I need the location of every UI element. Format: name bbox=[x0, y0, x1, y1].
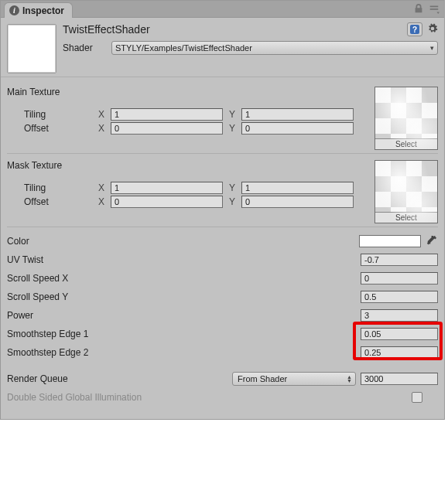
help-icon: ? bbox=[410, 25, 419, 34]
render-queue-dropdown[interactable]: From Shader ▲▼ bbox=[232, 372, 356, 386]
power-label: Power bbox=[7, 310, 356, 321]
info-icon: i bbox=[9, 5, 19, 15]
scroll-y-label: Scroll Speed Y bbox=[7, 291, 356, 302]
main-offset-y[interactable]: 0 bbox=[241, 122, 354, 135]
color-label: Color bbox=[7, 236, 354, 247]
mask-texture-select-button[interactable]: Select bbox=[375, 212, 437, 223]
smoothstep1-field[interactable]: 0.05 bbox=[361, 328, 438, 340]
help-button[interactable]: ? bbox=[407, 22, 422, 36]
mask-tiling-x[interactable]: 1 bbox=[111, 182, 223, 194]
main-texture-slot[interactable]: Select bbox=[374, 87, 438, 150]
x-label: X bbox=[95, 182, 108, 193]
material-preview[interactable] bbox=[7, 24, 56, 73]
scroll-x-field[interactable]: 0 bbox=[361, 272, 438, 284]
dsgi-label: Double Sided Global Illumination bbox=[7, 392, 407, 403]
x-label: X bbox=[95, 109, 108, 120]
inspector-tab[interactable]: i Inspector bbox=[4, 2, 73, 18]
power-field[interactable]: 3 bbox=[361, 309, 438, 322]
x-label: X bbox=[95, 196, 108, 207]
offset-label: Offset bbox=[24, 123, 92, 134]
scroll-x-label: Scroll Speed X bbox=[7, 273, 356, 284]
mask-offset-x[interactable]: 0 bbox=[111, 196, 223, 208]
color-field[interactable] bbox=[359, 235, 421, 247]
mask-texture-slot[interactable]: Select bbox=[374, 160, 438, 223]
settings-gear-icon[interactable] bbox=[427, 23, 438, 36]
panel-menu-icon[interactable] bbox=[429, 3, 439, 14]
scroll-y-field[interactable]: 0.5 bbox=[361, 291, 438, 303]
uv-twist-label: UV Twist bbox=[7, 254, 356, 265]
y-label: Y bbox=[226, 182, 238, 193]
y-label: Y bbox=[226, 123, 238, 134]
lock-icon[interactable] bbox=[413, 3, 424, 14]
x-label: X bbox=[95, 123, 108, 134]
render-queue-mode: From Shader bbox=[238, 374, 287, 383]
offset-label: Offset bbox=[24, 196, 92, 207]
mask-offset-y[interactable]: 0 bbox=[241, 196, 354, 208]
y-label: Y bbox=[226, 109, 238, 120]
updown-icon: ▲▼ bbox=[347, 375, 352, 383]
y-label: Y bbox=[226, 196, 238, 207]
smoothstep1-label: Smoothstep Edge 1 bbox=[7, 329, 356, 339]
svg-marker-2 bbox=[437, 12, 440, 14]
tiling-label: Tiling bbox=[24, 109, 92, 120]
main-texture-label: Main Texture bbox=[7, 87, 368, 97]
main-tiling-y[interactable]: 1 bbox=[241, 108, 354, 121]
material-name: TwistEffectShader bbox=[63, 23, 150, 36]
dsgi-checkbox[interactable] bbox=[412, 392, 422, 403]
svg-rect-1 bbox=[430, 9, 439, 10]
shader-row-label: Shader bbox=[63, 43, 105, 53]
eyedropper-icon[interactable] bbox=[426, 235, 438, 247]
render-queue-label: Render Queue bbox=[7, 373, 227, 384]
smoothstep2-field[interactable]: 0.25 bbox=[361, 346, 438, 359]
shader-dropdown-value: STYLY/Examples/TwistEffectShader bbox=[115, 43, 252, 53]
smoothstep2-label: Smoothstep Edge 2 bbox=[7, 347, 356, 358]
chevron-down-icon: ▾ bbox=[430, 44, 434, 52]
main-texture-select-button[interactable]: Select bbox=[375, 138, 437, 149]
tab-title: Inspector bbox=[22, 5, 64, 16]
mask-tiling-y[interactable]: 1 bbox=[241, 182, 354, 194]
uv-twist-field[interactable]: -0.7 bbox=[361, 254, 438, 266]
tiling-label: Tiling bbox=[24, 182, 92, 193]
svg-rect-0 bbox=[430, 6, 439, 8]
main-offset-x[interactable]: 0 bbox=[111, 122, 223, 135]
main-tiling-x[interactable]: 1 bbox=[111, 108, 223, 121]
render-queue-value[interactable]: 3000 bbox=[361, 373, 438, 385]
mask-texture-label: Mask Texture bbox=[7, 160, 368, 171]
shader-dropdown[interactable]: STYLY/Examples/TwistEffectShader ▾ bbox=[111, 41, 438, 55]
